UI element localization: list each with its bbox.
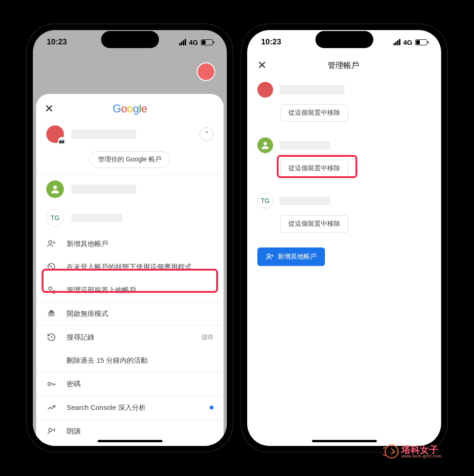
screen-right: 10:23 4G ✕ 管理帳戶 從這個裝置中移除 [247, 30, 441, 446]
read-aloud-menu-item[interactable]: 朗讀 [36, 419, 224, 443]
dynamic-island [101, 31, 159, 48]
close-icon[interactable]: ✕ [257, 60, 267, 71]
menu-trailing-label: 儲存 [201, 333, 213, 341]
status-right: 4G [393, 38, 427, 46]
other-accounts-list: TG 新增其他帳戶 在未登入帳戶的狀態下使用這個應用程式 [36, 174, 224, 443]
close-icon[interactable]: ✕ [44, 103, 54, 114]
svg-point-5 [49, 314, 51, 316]
avatar-primary: 📷 [46, 125, 64, 143]
page-title: 管理帳戶 [267, 60, 431, 71]
person-add-icon [46, 239, 56, 249]
add-account-label: 新增其他帳戶 [278, 253, 317, 261]
svg-point-1 [49, 241, 52, 244]
watermark-url: www.tech-girlz.com [401, 454, 442, 458]
account-row[interactable]: TG [257, 189, 431, 215]
redacted-name [71, 214, 122, 222]
battery-icon [415, 39, 427, 45]
battery-icon [201, 39, 213, 45]
menu-label: 搜尋記錄 [67, 333, 94, 342]
menu-label: 刪除過去 15 分鐘內的活動 [67, 356, 148, 365]
menu-label: 開啟無痕模式 [67, 309, 108, 318]
avatar-initials: TG [257, 193, 273, 209]
incognito-menu-item[interactable]: 開啟無痕模式 [36, 302, 224, 325]
modal-header: ✕ Google [36, 100, 224, 120]
redacted-name [280, 85, 344, 94]
svg-point-4 [53, 291, 55, 293]
history-icon [46, 332, 56, 342]
network-label: 4G [403, 38, 412, 46]
watermark-text: 塔科女子 [401, 445, 442, 454]
person-add-icon [266, 253, 274, 261]
svg-point-3 [49, 287, 52, 290]
home-indicator[interactable] [98, 440, 162, 442]
watermark: 塔科女子 www.tech-girlz.com [385, 445, 442, 458]
camera-badge-icon: 📷 [58, 137, 65, 144]
network-label: 4G [189, 38, 198, 46]
menu-label: Search Console 深入分析 [67, 403, 146, 412]
home-indicator[interactable] [312, 440, 377, 442]
menu-label: 管理這部裝置上的帳戶 [67, 286, 136, 295]
redacted-name [280, 141, 331, 149]
watermark-logo-icon [385, 445, 399, 458]
status-time: 10:23 [47, 37, 67, 47]
current-account-row[interactable]: 📷 ˄ [36, 120, 224, 148]
notification-dot [210, 406, 213, 409]
menu-label: 新增其他帳戶 [67, 240, 108, 248]
incognito-icon [46, 309, 56, 319]
key-icon [46, 379, 56, 389]
redacted-name [280, 197, 331, 205]
menu-label: 在未登入帳戶的狀態下使用這個應用程式 [67, 263, 192, 272]
use-without-login-menu-item[interactable]: 在未登入帳戶的狀態下使用這個應用程式 [36, 255, 224, 278]
account-block: TG 從這個裝置中移除 [257, 189, 431, 233]
account-row[interactable] [257, 78, 431, 104]
account-block: 從這個裝置中移除 [257, 78, 431, 122]
no-account-icon [46, 262, 56, 272]
redacted-name [71, 185, 136, 194]
manage-accounts-header: ✕ 管理帳戶 [247, 54, 441, 76]
delete-activity-menu-item[interactable]: 刪除過去 15 分鐘內的活動 [36, 349, 224, 372]
phone-right: 10:23 4G ✕ 管理帳戶 從這個裝置中移除 [241, 24, 447, 452]
manage-accounts-content: 從這個裝置中移除 從這個裝置中移除 TG 從這個裝置中移除 [247, 76, 441, 268]
account-row[interactable] [36, 175, 224, 204]
remove-from-device-button[interactable]: 從這個裝置中移除 [281, 160, 348, 177]
manage-google-account-button[interactable]: 管理你的 Google 帳戶 [89, 151, 170, 168]
signal-icon [393, 39, 400, 45]
status-right: 4G [179, 38, 213, 46]
phone-left: 10:23 4G ✕ Google 📷 ˄ [27, 24, 233, 452]
account-block: 從這個裝置中移除 [257, 134, 431, 177]
status-time: 10:23 [261, 37, 281, 47]
remove-from-device-button[interactable]: 從這個裝置中移除 [281, 104, 348, 122]
avatar-icon [257, 137, 273, 153]
add-account-button[interactable]: 新增其他帳戶 [257, 247, 325, 266]
speaker-icon [46, 426, 56, 436]
profile-avatar-small[interactable] [197, 62, 215, 81]
redacted-name [71, 130, 136, 139]
remove-from-device-button[interactable]: 從這個裝置中移除 [281, 215, 348, 233]
avatar-initials: TG [46, 209, 64, 227]
account-row[interactable]: TG [36, 204, 224, 232]
search-console-menu-item[interactable]: Search Console 深入分析 [36, 396, 224, 419]
search-history-menu-item[interactable]: 搜尋記錄 儲存 [36, 325, 224, 349]
passwords-menu-item[interactable]: 密碼 [36, 372, 224, 396]
spacer [46, 355, 56, 365]
google-logo: Google [112, 102, 147, 115]
signal-icon [179, 39, 186, 45]
avatar-primary [257, 82, 273, 98]
screen-left: 10:23 4G ✕ Google 📷 ˄ [33, 30, 227, 446]
svg-point-7 [48, 383, 51, 386]
svg-point-8 [49, 428, 52, 432]
svg-point-0 [53, 185, 57, 189]
menu-label: 密碼 [67, 380, 81, 389]
chevron-up-icon[interactable]: ˄ [200, 127, 213, 141]
account-modal-sheet: ✕ Google 📷 ˄ 管理你的 Google 帳戶 [36, 94, 224, 446]
svg-point-10 [268, 254, 270, 257]
manage-device-accounts-menu-item[interactable]: 管理這部裝置上的帳戶 [36, 278, 224, 302]
trending-icon [46, 402, 56, 413]
dynamic-island [315, 31, 373, 48]
avatar-icon [46, 180, 64, 198]
svg-point-6 [52, 314, 54, 316]
account-row[interactable] [257, 134, 431, 160]
add-account-menu-item[interactable]: 新增其他帳戶 [36, 232, 224, 255]
svg-point-9 [263, 142, 267, 145]
person-gear-icon [46, 285, 56, 295]
